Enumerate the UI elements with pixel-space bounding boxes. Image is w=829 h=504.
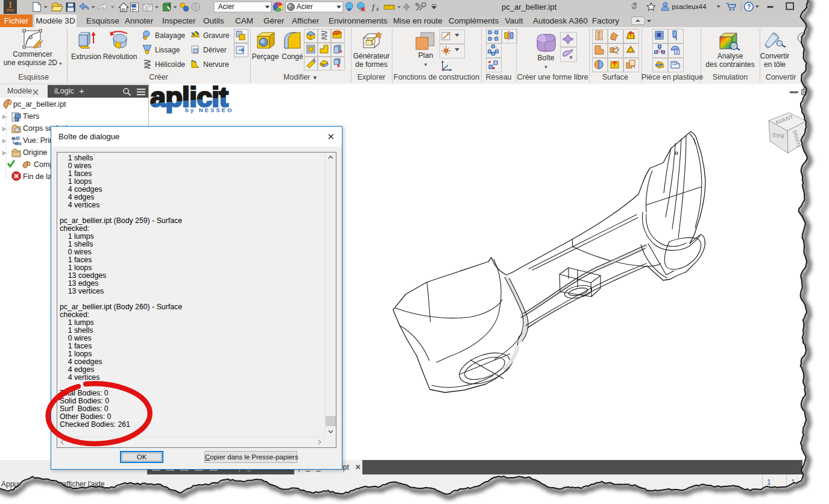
svg-text:Tiers: Tiers — [23, 112, 39, 121]
svg-text:x: x — [376, 6, 379, 12]
svg-text:?: ? — [747, 3, 751, 10]
svg-text:Acier: Acier — [218, 2, 235, 11]
svg-text:by NESSEO: by NESSEO — [185, 107, 233, 113]
svg-text:psacleux44: psacleux44 — [672, 3, 706, 10]
svg-text:pc_ar_bellier.ipt: pc_ar_bellier.ipt — [13, 100, 66, 109]
svg-text:f: f — [372, 3, 375, 11]
svg-text:Origine: Origine — [23, 148, 47, 157]
svg-text:Acier: Acier — [297, 2, 313, 11]
